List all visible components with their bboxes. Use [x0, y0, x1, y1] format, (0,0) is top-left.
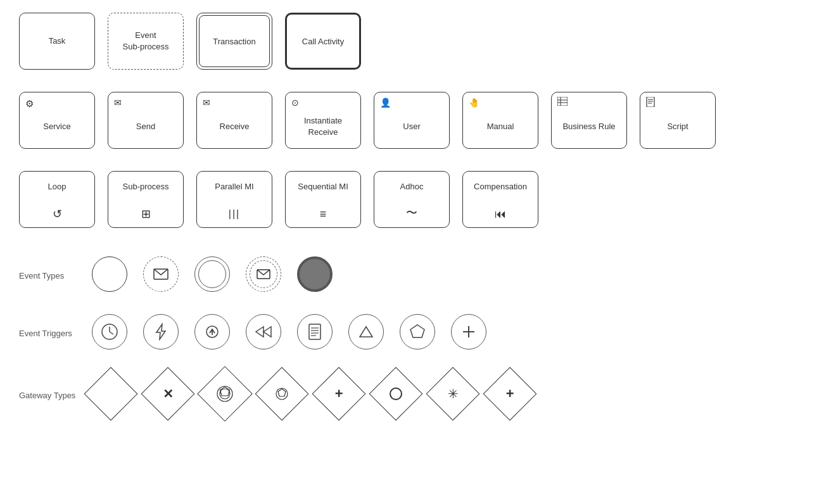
manual-label: Manual — [487, 121, 514, 132]
call-activity-label: Call Activity — [302, 37, 344, 46]
main-container: Task EventSub-process Transaction Call A… — [0, 0, 831, 441]
sub-process-label: Sub-process — [123, 181, 169, 192]
gateway-exclusive[interactable] — [89, 372, 133, 416]
adhoc-shape[interactable]: Adhoc 〜 — [374, 171, 450, 228]
event-subprocess-label: EventSub-process — [123, 30, 169, 53]
gateway-event-based-single[interactable] — [260, 372, 304, 416]
send-label: Send — [136, 121, 155, 132]
end-event[interactable] — [297, 256, 333, 292]
service-shape[interactable]: ⚙ Service — [19, 92, 95, 149]
gateway-parallel[interactable]: + — [317, 372, 361, 416]
transaction-shape[interactable]: Transaction — [196, 13, 272, 70]
manual-icon: 🤚 — [469, 97, 479, 110]
gateway-complex[interactable]: ✳ — [431, 372, 475, 416]
svg-marker-29 — [220, 387, 230, 396]
svg-rect-0 — [557, 97, 568, 106]
business-rule-icon — [557, 97, 568, 110]
adhoc-label: Adhoc — [400, 181, 424, 192]
svg-rect-18 — [309, 324, 320, 339]
event-types-label: Event Types — [19, 268, 76, 280]
receive-icon: ✉ — [203, 97, 210, 110]
event-types-row: Event Types — [19, 256, 812, 292]
send-shape[interactable]: ✉ Send — [108, 92, 184, 149]
sequential-mi-shape[interactable]: Sequential MI ≡ — [285, 171, 361, 228]
trigger-document[interactable] — [297, 314, 333, 350]
compensation-icon: ⏮ — [495, 206, 506, 222]
loop-label: Loop — [48, 181, 67, 192]
trigger-plus[interactable] — [451, 314, 486, 350]
gateway-exclusive-x[interactable]: ✕ — [146, 372, 190, 416]
compensation-label: Compensation — [474, 181, 527, 192]
svg-rect-4 — [647, 97, 654, 107]
row-task-types: ⚙ Service ✉ Send ✉ Receive ⊙ Instantiate… — [19, 92, 812, 149]
trigger-pentagon[interactable] — [400, 314, 435, 350]
instantiate-receive-shape[interactable]: ⊙ InstantiateReceive — [285, 92, 361, 149]
service-gear-icon: ⚙ — [25, 97, 34, 110]
event-triggers-label: Event Triggers — [19, 325, 76, 338]
sequential-mi-label: Sequential MI — [298, 181, 348, 192]
gateway-types-row: Gateway Types ✕ — [19, 372, 812, 416]
row-basic-tasks: Task EventSub-process Transaction Call A… — [19, 13, 812, 70]
gateway-exclusive-plus[interactable]: + — [488, 372, 532, 416]
intermediate-event[interactable] — [194, 256, 230, 292]
parallel-mi-icon: ||| — [229, 207, 240, 221]
call-activity-shape[interactable]: Call Activity — [285, 13, 361, 70]
event-triggers-row: Event Triggers — [19, 314, 812, 350]
script-label: Script — [667, 121, 688, 132]
svg-point-30 — [276, 388, 288, 400]
compensation-shape[interactable]: Compensation ⏮ — [462, 171, 538, 228]
parallel-mi-label: Parallel MI — [215, 181, 253, 192]
trigger-arrow[interactable] — [194, 314, 230, 350]
receive-shape[interactable]: ✉ Receive — [196, 92, 272, 149]
svg-point-32 — [390, 388, 402, 400]
parallel-mi-shape[interactable]: Parallel MI ||| — [196, 171, 272, 228]
task-label: Task — [49, 35, 66, 47]
start-event[interactable] — [92, 256, 127, 292]
user-label: User — [403, 121, 420, 132]
trigger-timer[interactable] — [92, 314, 127, 350]
instantiate-receive-label: InstantiateReceive — [304, 115, 342, 138]
start-message-event[interactable] — [143, 256, 179, 292]
script-shape[interactable]: Script — [640, 92, 716, 149]
svg-line-12 — [110, 332, 113, 334]
row-markers: Loop ↺ Sub-process ⊞ Parallel MI ||| Seq… — [19, 171, 812, 228]
manual-shape[interactable]: 🤚 Manual — [462, 92, 538, 149]
svg-marker-23 — [360, 327, 372, 337]
loop-shape[interactable]: Loop ↺ — [19, 171, 95, 228]
svg-marker-24 — [410, 325, 424, 337]
send-icon: ✉ — [114, 97, 122, 110]
adhoc-icon: 〜 — [406, 205, 417, 221]
receive-label: Receive — [220, 121, 250, 132]
trigger-rewind[interactable] — [246, 314, 281, 350]
trigger-lightning[interactable] — [143, 314, 179, 350]
user-shape[interactable]: 👤 User — [374, 92, 450, 149]
svg-marker-13 — [156, 324, 165, 339]
script-icon — [646, 97, 655, 111]
task-shape[interactable]: Task — [19, 13, 95, 70]
svg-marker-17 — [263, 327, 271, 337]
svg-marker-31 — [278, 389, 286, 396]
sequential-mi-icon: ≡ — [320, 206, 327, 222]
svg-marker-16 — [256, 327, 263, 337]
transaction-label: Transaction — [213, 37, 255, 46]
gateway-types-label: Gateway Types — [19, 387, 76, 400]
gateway-inclusive[interactable] — [374, 372, 418, 416]
business-rule-label: Business Rule — [562, 121, 615, 132]
trigger-triangle[interactable] — [348, 314, 384, 350]
user-icon: 👤 — [380, 97, 391, 110]
intermediate-message-event[interactable] — [246, 256, 281, 292]
service-label: Service — [43, 121, 70, 132]
event-subprocess-shape[interactable]: EventSub-process — [108, 13, 184, 70]
gateway-event-based-double[interactable] — [203, 372, 247, 416]
instantiate-receive-icon: ⊙ — [291, 97, 299, 110]
sub-process-icon: ⊞ — [141, 206, 151, 222]
business-rule-shape[interactable]: Business Rule — [551, 92, 627, 149]
loop-icon: ↺ — [53, 206, 62, 222]
sub-process-shape[interactable]: Sub-process ⊞ — [108, 171, 184, 228]
